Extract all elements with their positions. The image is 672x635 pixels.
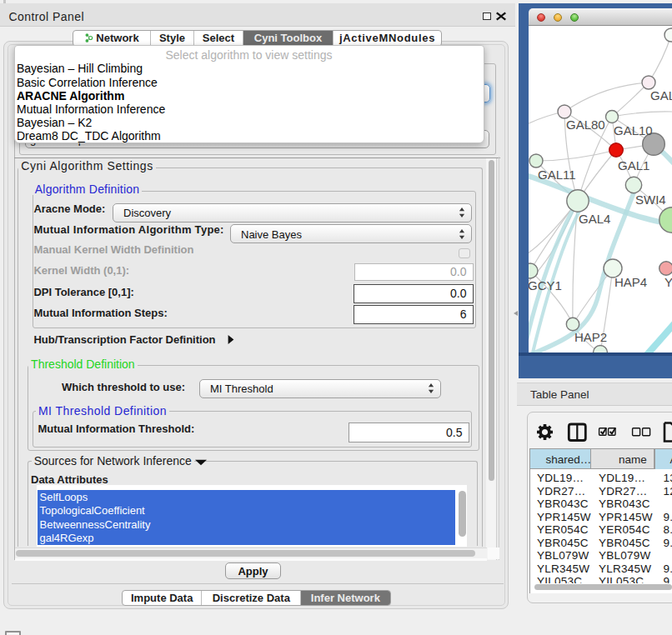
svg-text:GAL: GAL [650, 88, 672, 102]
svg-text:GCY1: GCY1 [529, 278, 562, 292]
svg-text:GAL1: GAL1 [618, 158, 649, 172]
svg-text:Y: Y [664, 275, 672, 289]
svg-text:HAP4: HAP4 [614, 275, 647, 289]
svg-text:GAL80: GAL80 [566, 118, 605, 132]
svg-text:SWI4: SWI4 [635, 192, 666, 207]
svg-text:HAP2: HAP2 [574, 330, 607, 344]
svg-text:GAL10: GAL10 [614, 123, 653, 138]
svg-text:GAL4: GAL4 [579, 212, 610, 226]
svg-text:GAL11: GAL11 [538, 168, 576, 182]
